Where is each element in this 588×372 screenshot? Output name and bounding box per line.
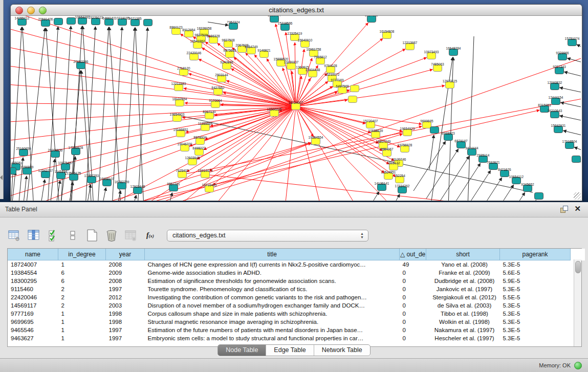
graph-node[interactable]: 16543362 [190,39,205,49]
table-scrollbar-thumb[interactable] [575,261,581,273]
graph-node[interactable]: 19756928 [398,143,412,152]
graph-node[interactable]: 2718120 [177,67,190,76]
graph-node[interactable]: 8454749 [245,45,258,54]
graph-node[interactable]: 16210643 [548,109,562,118]
graph-edge[interactable] [561,102,581,108]
graph-node[interactable]: 20691406 [38,17,53,27]
graph-edge[interactable] [296,106,422,124]
graph-edge[interactable] [560,87,581,94]
table-cell[interactable]: 2012 [106,293,145,301]
table-cell[interactable]: 2008 [106,260,145,269]
graph-node[interactable]: 16154808 [380,30,395,39]
graph-node[interactable]: 252254 [394,174,405,183]
graph-node[interactable]: 14055712 [15,16,30,26]
function-builder-icon[interactable]: f(x) [143,229,157,243]
graph-edge[interactable] [208,22,228,25]
float-panel-icon[interactable] [560,206,568,213]
graph-node[interactable]: 9329966 [556,51,569,60]
graph-edge[interactable] [231,69,296,106]
graph-node[interactable]: 8912954 [182,28,195,37]
graph-node[interactable] [351,85,359,92]
graph-node[interactable] [430,127,439,134]
graph-node[interactable]: 16640910 [298,38,313,48]
graph-edge[interactable] [23,27,34,201]
graph-node[interactable]: 13505135 [67,171,81,181]
column-header-in-degree[interactable]: in_degree [58,249,106,260]
graph-node[interactable]: 22420046 [187,51,202,60]
graph-edge[interactable] [560,116,581,122]
graph-node[interactable]: 9242848 [220,60,233,70]
graph-edge[interactable] [448,163,481,201]
graph-node[interactable]: 9671385 [128,17,142,26]
graph-edge[interactable] [209,106,296,171]
table-row[interactable]: 1872400712008Changes of HCN gene express… [8,260,585,269]
graph-node[interactable]: 12213987 [403,41,418,50]
graph-edge[interactable] [11,106,296,144]
graph-node[interactable]: 12213383 [171,82,186,91]
graph-node[interactable]: 9875685 [223,49,236,58]
table-cell[interactable]: Tibbo et al. (1998) [426,310,500,318]
graph-edge[interactable] [40,180,45,201]
table-cell[interactable]: 5.6E-5 [500,269,571,277]
table-cell[interactable]: de Silva et al. (2003) [426,301,500,310]
graph-edge[interactable] [296,106,402,132]
graph-edge[interactable] [413,141,446,191]
graph-edge[interactable] [493,192,525,201]
table-cell[interactable]: 5.3E-5 [500,318,571,326]
graph-node[interactable]: 17359928 [69,146,83,155]
table-cell[interactable]: Corpus callosum shape and size in male p… [145,310,400,318]
graph-edge[interactable] [437,156,469,201]
table-cell[interactable]: 9465546 [8,326,58,334]
graph-node[interactable]: 12342757 [38,169,53,178]
graph-node[interactable]: 20053346 [74,60,89,69]
graph-node[interactable]: 7625402 [176,169,189,178]
graph-node[interactable]: 10688639 [368,129,383,138]
table-cell[interactable]: 18724007 [8,260,58,269]
graph-node[interactable]: 15751074 [565,37,580,46]
table-row[interactable]: 946362711997Embryonic stem cells: a mode… [8,334,585,342]
table-cell[interactable]: 0 [400,310,426,318]
table-cell[interactable]: 1998 [106,310,145,318]
graph-edge[interactable] [296,106,371,133]
tab-node-table[interactable]: Node Table [218,345,266,356]
table-cell[interactable]: 5.3E-5 [500,334,571,342]
graph-edge[interactable] [468,36,474,201]
graph-edge[interactable] [112,27,122,201]
table-cell[interactable]: 1997 [106,326,145,334]
table-settings-icon[interactable]: ⚙ [7,229,21,243]
table-cell[interactable]: Wolkin et al. (1998) [426,318,500,326]
graph-node[interactable]: 8186328 [207,34,220,43]
select-column-icon[interactable] [27,229,40,243]
table-cell[interactable]: Structural magnetic resonance image aver… [145,318,400,326]
memory-ok-indicator[interactable] [574,362,582,369]
column-header-short[interactable]: short [426,249,500,260]
graph-edge[interactable] [429,135,434,169]
graph-edge[interactable] [295,42,296,106]
table-cell[interactable]: 14569117 [8,301,58,310]
table-cell[interactable]: Hescheler et al. (1997) [426,334,500,342]
graph-node[interactable]: 9227343 [553,65,566,74]
table-cell[interactable]: 2009 [106,269,145,277]
column-header-title[interactable]: title [145,249,400,260]
table-cell[interactable]: 5.3E-5 [500,310,571,318]
graph-node[interactable]: 12973115 [443,79,458,89]
column-header-year[interactable]: year [106,249,145,260]
graph-edge[interactable] [296,100,347,106]
table-cell[interactable]: 5.9E-5 [500,277,571,285]
graph-node[interactable]: 2087682 [365,16,378,23]
table-cell[interactable]: 5.3E-5 [500,260,571,269]
resize-grip[interactable] [574,192,581,200]
table-row[interactable]: 946554611997Estimation of the future num… [8,326,585,334]
graph-node[interactable]: 17334262 [395,184,410,193]
table-cell[interactable]: 0 [400,285,426,293]
graph-node[interactable]: 7955812 [314,55,327,64]
graph-node[interactable]: 15276023 [89,16,103,25]
table-row[interactable]: 1456911722003Disruption of a novel membe… [8,301,585,310]
table-cell[interactable]: 2 [58,301,106,310]
table-cell[interactable]: 22420046 [8,293,58,301]
graph-node[interactable] [11,168,16,174]
graph-node[interactable]: 12093832 [548,81,562,90]
table-row[interactable]: 911546021997Tourette syndrome. Phenomeno… [8,285,585,293]
graph-node[interactable]: 16648784 [446,47,461,56]
graph-edge[interactable] [102,188,106,201]
